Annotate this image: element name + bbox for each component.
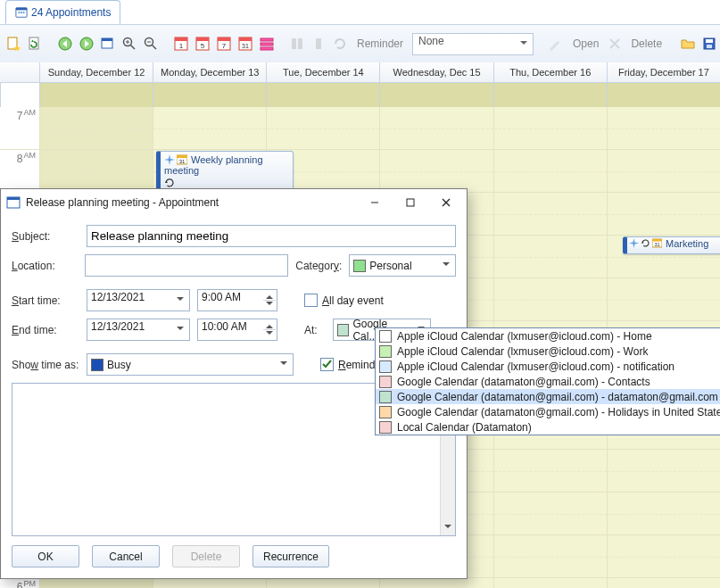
dropdown-item[interactable]: Apple iCloud Calendar (lxmuser@icloud.co… bbox=[376, 344, 720, 359]
time-slot[interactable] bbox=[493, 236, 607, 278]
time-slot[interactable] bbox=[493, 107, 607, 150]
dialog-title: Release planning meeting - Appointment bbox=[26, 196, 354, 209]
prev-button[interactable] bbox=[57, 34, 73, 54]
time-slot[interactable] bbox=[493, 150, 607, 193]
start-time-input[interactable]: 9:00 AM bbox=[197, 289, 277, 311]
time-slot[interactable] bbox=[379, 107, 492, 150]
new-appointment-button[interactable] bbox=[5, 34, 21, 54]
event-marketing[interactable]: 31 Marketing bbox=[623, 236, 720, 254]
time-slot[interactable] bbox=[493, 493, 607, 535]
time-slot[interactable] bbox=[607, 278, 720, 321]
open-label[interactable]: Open bbox=[569, 37, 602, 50]
group-button-2[interactable] bbox=[310, 34, 327, 54]
minimize-button[interactable] bbox=[360, 193, 390, 212]
save-button[interactable] bbox=[701, 34, 717, 54]
subject-input[interactable] bbox=[87, 225, 456, 247]
spin-up[interactable] bbox=[263, 320, 276, 330]
time-slot[interactable] bbox=[607, 107, 720, 150]
time-slot[interactable] bbox=[493, 535, 607, 578]
time-slot[interactable] bbox=[493, 450, 607, 493]
delete-icon-button[interactable] bbox=[608, 34, 622, 54]
location-input[interactable] bbox=[85, 254, 288, 277]
goto-date-button[interactable] bbox=[100, 34, 116, 54]
time-slot[interactable] bbox=[607, 535, 720, 578]
calendar-swatch bbox=[379, 345, 392, 358]
event-weekly-planning[interactable]: 31 Weekly planning meeting bbox=[156, 151, 294, 192]
dropdown-item[interactable]: Google Calendar (datamaton@gmail.com) - … bbox=[376, 374, 720, 389]
folder-open-button[interactable] bbox=[680, 34, 696, 54]
time-slot[interactable] bbox=[493, 193, 607, 236]
reminder-select[interactable]: None bbox=[412, 33, 534, 55]
view-week-button[interactable]: 7 bbox=[216, 34, 232, 54]
allday-checkbox[interactable]: All day event bbox=[304, 294, 384, 307]
dropdown-item[interactable]: Google Calendar (datamaton@gmail.com) - … bbox=[376, 389, 720, 404]
new-recurring-button[interactable] bbox=[27, 34, 43, 54]
delete-label[interactable]: Delete bbox=[627, 37, 666, 50]
allday-cell[interactable] bbox=[379, 83, 492, 108]
dropdown-item-label: Apple iCloud Calendar (lxmuser@icloud.co… bbox=[397, 330, 652, 343]
view-workweek-button[interactable]: 5 bbox=[194, 34, 211, 54]
dropdown-item[interactable]: Local Calendar (Datamaton) bbox=[376, 419, 720, 435]
time-slot[interactable] bbox=[493, 278, 607, 321]
dropdown-item[interactable]: Apple iCloud Calendar (lxmuser@icloud.co… bbox=[376, 359, 720, 374]
time-slot[interactable] bbox=[153, 107, 266, 150]
day-header[interactable]: Friday, December 17 bbox=[607, 62, 720, 82]
spin-down[interactable] bbox=[263, 301, 276, 310]
recurrence-button[interactable]: Recurrence bbox=[252, 545, 329, 567]
day-header[interactable]: Monday, December 13 bbox=[153, 62, 266, 82]
spin-down[interactable] bbox=[263, 330, 276, 339]
allday-cell[interactable] bbox=[153, 83, 266, 108]
category-select[interactable]: Personal bbox=[349, 254, 456, 277]
end-time-input[interactable]: 10:00 AM bbox=[197, 319, 277, 341]
time-slot[interactable] bbox=[493, 578, 607, 588]
start-date-input[interactable]: 12/13/2021 bbox=[87, 289, 190, 311]
view-month-button[interactable]: 31 bbox=[237, 34, 253, 54]
allday-cell[interactable] bbox=[39, 83, 153, 108]
time-slot[interactable] bbox=[607, 450, 720, 493]
svg-text:31: 31 bbox=[242, 43, 249, 49]
open-icon-button[interactable] bbox=[548, 34, 564, 54]
time-slot[interactable] bbox=[266, 578, 379, 588]
view-schedule-button[interactable] bbox=[259, 34, 275, 54]
day-header[interactable]: Sunday, December 12 bbox=[39, 62, 153, 82]
time-slot[interactable] bbox=[39, 578, 153, 588]
time-slot[interactable] bbox=[39, 107, 153, 150]
close-button[interactable] bbox=[431, 193, 461, 212]
next-button[interactable] bbox=[79, 34, 95, 54]
day-header[interactable]: Thu, December 16 bbox=[493, 62, 607, 82]
dropdown-item[interactable]: Google Calendar (datamaton@gmail.com) - … bbox=[376, 404, 720, 419]
view-day-button[interactable]: 1 bbox=[173, 34, 189, 54]
day-header[interactable]: Wednesday, Dec 15 bbox=[379, 62, 492, 82]
time-slot[interactable] bbox=[39, 150, 153, 193]
showas-swatch bbox=[91, 359, 103, 371]
time-slot[interactable] bbox=[607, 150, 720, 193]
spin-up[interactable] bbox=[263, 291, 276, 301]
scroll-down[interactable] bbox=[441, 521, 455, 535]
cancel-button[interactable]: Cancel bbox=[92, 545, 160, 567]
tab-appointments[interactable]: 24 Appointments bbox=[5, 0, 120, 24]
time-slot[interactable] bbox=[153, 578, 266, 588]
showas-select[interactable]: Busy bbox=[87, 353, 294, 376]
maximize-button[interactable] bbox=[395, 193, 426, 212]
time-slot[interactable] bbox=[379, 150, 492, 193]
category-value: Personal bbox=[369, 260, 411, 272]
time-slot[interactable] bbox=[379, 578, 492, 588]
allday-cell[interactable] bbox=[493, 83, 607, 108]
zoom-in-button[interactable] bbox=[121, 34, 137, 54]
zoom-out-button[interactable] bbox=[143, 34, 159, 54]
ok-button[interactable]: OK bbox=[12, 545, 79, 567]
time-slot[interactable] bbox=[607, 493, 720, 535]
dropdown-item-label: Local Calendar (Datamaton) bbox=[397, 421, 532, 434]
at-dropdown-list[interactable]: Apple iCloud Calendar (lxmuser@icloud.co… bbox=[375, 327, 720, 435]
time-slot[interactable] bbox=[266, 107, 379, 150]
showas-label: Show time as: bbox=[12, 359, 79, 371]
time-slot[interactable] bbox=[607, 578, 720, 588]
dropdown-item[interactable]: Apple iCloud Calendar (lxmuser@icloud.co… bbox=[376, 328, 720, 344]
group-button-1[interactable] bbox=[289, 34, 305, 54]
group-button-3[interactable] bbox=[332, 34, 348, 54]
allday-cell[interactable] bbox=[607, 83, 720, 108]
allday-cell[interactable] bbox=[266, 83, 379, 108]
time-slot[interactable] bbox=[607, 193, 720, 236]
end-date-input[interactable]: 12/13/2021 bbox=[87, 319, 190, 341]
day-header[interactable]: Tue, December 14 bbox=[266, 62, 379, 82]
